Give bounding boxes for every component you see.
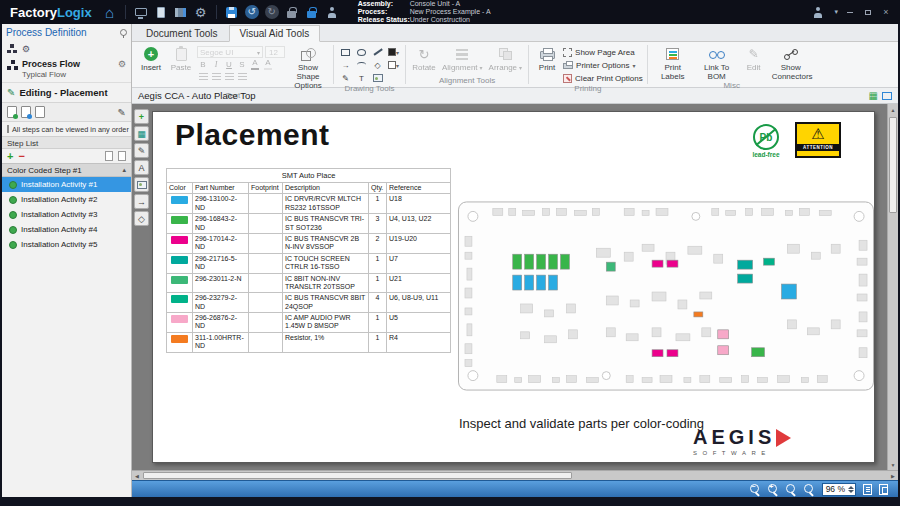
highlight-color-button[interactable]: A	[262, 59, 274, 70]
step-copy-icon[interactable]	[118, 151, 126, 161]
fit-width-icon[interactable]	[863, 484, 872, 495]
new-document-icon[interactable]	[7, 106, 17, 118]
image-tool[interactable]	[370, 72, 385, 84]
checkout-lock-icon[interactable]	[303, 2, 321, 22]
list-item[interactable]: Installation Activity #4	[2, 222, 131, 237]
import-document-icon[interactable]	[21, 106, 31, 118]
scroll-down-icon[interactable]: ▼	[888, 459, 898, 470]
scroll-right-icon[interactable]: ▶	[888, 471, 898, 480]
line-tool[interactable]	[370, 46, 385, 58]
image-tool-button[interactable]	[134, 177, 149, 192]
show-connectors-button[interactable]: Show Connectors	[770, 44, 812, 81]
underline-button[interactable]: U	[223, 59, 235, 70]
rotate-button[interactable]: ↻ Rotate	[410, 44, 438, 72]
ellipse-tool[interactable]	[354, 46, 369, 58]
scrollbar-thumb[interactable]	[143, 472, 572, 479]
rectangle-tool[interactable]	[338, 46, 353, 58]
show-shape-options-button[interactable]: Show Shape Options	[287, 44, 329, 91]
restore-button[interactable]	[862, 7, 874, 17]
lock-icon[interactable]	[283, 2, 301, 22]
border-color-picker[interactable]: ▾	[386, 46, 401, 58]
home-icon[interactable]: ⌂	[101, 2, 119, 22]
settings-gear-icon[interactable]: ⚙	[192, 2, 210, 22]
show-page-area-button[interactable]: Show Page Area	[563, 46, 643, 58]
zoom-out-icon[interactable]: −	[750, 484, 761, 495]
kiosk-icon[interactable]	[132, 2, 150, 22]
copy-document-icon[interactable]	[35, 106, 45, 118]
pencil-tool[interactable]: ✎	[338, 72, 353, 84]
align-left-button[interactable]	[197, 71, 209, 82]
polygon-tool[interactable]: ◇	[370, 59, 385, 71]
scroll-up-icon[interactable]: ▲	[888, 104, 898, 115]
library-icon[interactable]	[172, 2, 190, 22]
zoom-selection-icon[interactable]	[786, 484, 797, 495]
edit-step-icon[interactable]: ✎	[118, 107, 126, 118]
zoom-in-icon[interactable]: +	[768, 484, 779, 495]
arrange-button[interactable]: Arrange▾	[487, 44, 524, 72]
minimize-button[interactable]	[844, 7, 856, 17]
remove-step-button[interactable]: −	[18, 151, 24, 162]
board-view-icon[interactable]: ▦	[869, 91, 878, 101]
release-icon[interactable]	[323, 2, 341, 22]
grid-tool-button[interactable]: ▦	[134, 126, 149, 141]
print-button[interactable]: Print	[533, 44, 561, 72]
align-center-button[interactable]	[210, 71, 222, 82]
tab-visual-aid-tools[interactable]: Visual Aid Tools	[229, 25, 321, 42]
draw-tool-button[interactable]: ✎	[134, 143, 149, 158]
flow-view-icon[interactable]	[7, 44, 17, 53]
arrow-tool-button[interactable]: →	[134, 194, 149, 209]
italic-button[interactable]: I	[210, 59, 222, 70]
curve-tool[interactable]	[354, 59, 369, 71]
align-right-button[interactable]	[223, 71, 235, 82]
paste-button[interactable]: Paste	[167, 44, 195, 72]
process-flow-item[interactable]: Process Flow Typical Flow ⚙	[2, 56, 131, 82]
insert-button[interactable]: + Insert	[137, 44, 165, 72]
printer-options-button[interactable]: Printer Options▾	[563, 59, 643, 71]
zoom-stepper[interactable]	[848, 486, 854, 493]
step-template-icon[interactable]	[105, 151, 113, 161]
zoom-level-input[interactable]: 96 %	[822, 483, 856, 496]
close-button[interactable]: ×	[880, 7, 892, 17]
font-family-select[interactable]: Segoe UI▾	[197, 46, 263, 58]
flow-options-icon[interactable]: ⚙	[118, 59, 126, 69]
alignment-button[interactable]: Alignment▾	[440, 44, 485, 72]
add-step-button[interactable]: +	[7, 151, 13, 162]
zoom-actual-icon[interactable]	[804, 484, 815, 495]
clear-print-options-button[interactable]: Clear Print Options	[563, 72, 643, 84]
arrow-tool[interactable]: →	[338, 59, 353, 71]
list-item[interactable]: Installation Activity #1	[2, 177, 131, 192]
user-menu-caret-icon[interactable]: ▾	[834, 8, 838, 16]
add-annotation-button[interactable]: +	[134, 109, 149, 124]
strike-button[interactable]: S	[236, 59, 248, 70]
print-labels-button[interactable]: Print Labels	[652, 44, 694, 81]
vertical-scrollbar[interactable]: ▲ ▼	[887, 104, 898, 470]
list-item[interactable]: Installation Activity #5	[2, 237, 131, 252]
bullet-list-button[interactable]	[236, 71, 248, 82]
horizontal-scrollbar[interactable]: ◀ ▶	[132, 470, 898, 480]
step-group-header[interactable]: Color Coded Step #1 ▴	[2, 163, 131, 177]
scrollbar-thumb[interactable]	[889, 117, 897, 213]
text-tool[interactable]: T	[354, 72, 369, 84]
user-menu[interactable]	[809, 2, 827, 22]
document-icon[interactable]	[152, 2, 170, 22]
list-item[interactable]: Installation Activity #2	[2, 192, 131, 207]
font-color-button[interactable]: A	[249, 59, 261, 70]
scroll-left-icon[interactable]: ◀	[132, 471, 142, 480]
tab-document-tools[interactable]: Document Tools	[136, 26, 228, 41]
list-item[interactable]: Installation Activity #3	[2, 207, 131, 222]
font-size-select[interactable]: 12	[265, 46, 285, 58]
fill-color-picker[interactable]: ▾	[386, 59, 401, 71]
bold-button[interactable]: B	[197, 59, 209, 70]
panel-settings-icon[interactable]: ⚙	[22, 44, 30, 54]
link-to-bom-button[interactable]: Link To BOM	[696, 44, 738, 81]
popout-window-icon[interactable]	[882, 92, 892, 100]
order-checkbox[interactable]	[7, 125, 9, 133]
pin-icon[interactable]	[119, 28, 127, 38]
save-icon[interactable]	[223, 2, 241, 22]
shape-tool-button[interactable]: ◇	[134, 211, 149, 226]
undo-icon[interactable]: ↺	[243, 2, 261, 22]
redo-icon[interactable]: ↻	[263, 2, 281, 22]
fit-page-icon[interactable]	[879, 484, 888, 495]
edit-button[interactable]: ✎ Edit	[740, 44, 768, 72]
text-tool-button[interactable]: A	[134, 160, 149, 175]
